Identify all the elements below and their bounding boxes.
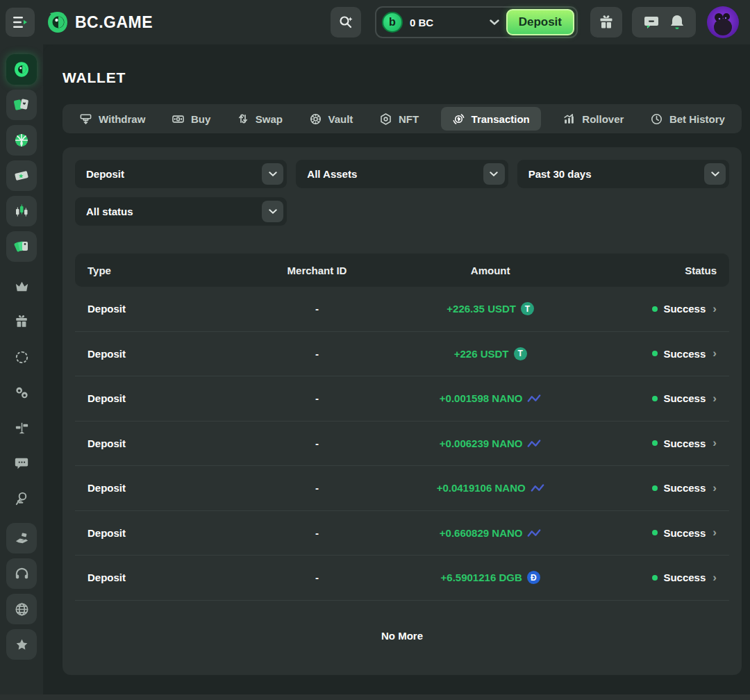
chevron-down-icon	[704, 163, 726, 185]
status-dot-icon	[652, 306, 658, 312]
row-amount: +226.35 USDT T Đ	[402, 302, 578, 315]
status-dot-icon	[652, 530, 658, 535]
sidebar-item-sponsorship[interactable]	[6, 523, 37, 553]
sidebar-item-favorites[interactable]	[6, 629, 37, 660]
sidebar-item-language[interactable]	[6, 594, 37, 624]
tab-label: Swap	[256, 113, 283, 125]
tab-label: Buy	[191, 113, 210, 125]
sidebar-item-bonus[interactable]	[6, 306, 37, 337]
tab-label: Withdraw	[99, 113, 145, 125]
bonus-gift-icon	[14, 314, 29, 329]
filter-type-dropdown[interactable]: Deposit	[75, 160, 287, 188]
table-row[interactable]: Deposit - +0.0419106 NANO T Đ Success ›	[75, 466, 729, 511]
row-status[interactable]: Success ›	[578, 481, 729, 495]
sidebar-item-support[interactable]	[6, 558, 37, 589]
sidebar-item-racing[interactable]	[6, 231, 37, 262]
nano-coin-icon	[527, 439, 541, 448]
status-dot-icon	[652, 485, 658, 491]
tab-transaction[interactable]: Transaction	[441, 107, 541, 131]
racing-tags-icon	[13, 238, 30, 255]
chat-button[interactable]	[643, 14, 660, 31]
clock-icon	[650, 112, 663, 126]
sidebar-item-casino[interactable]	[6, 90, 37, 120]
sidebar-item-spin[interactable]	[6, 342, 37, 372]
status-dot-icon	[652, 396, 658, 401]
chevron-right-icon: ›	[712, 571, 717, 585]
row-type: Deposit	[75, 348, 232, 360]
avatar-character	[710, 12, 736, 35]
deposit-button[interactable]: Deposit	[506, 9, 574, 35]
row-merchant-id: -	[232, 482, 402, 494]
language-globe-icon	[14, 601, 30, 617]
row-status[interactable]: Success ›	[578, 571, 729, 585]
bottom-strip	[0, 694, 750, 700]
chevron-right-icon: ›	[712, 347, 717, 360]
row-amount: +6.5901216 DGB T Đ	[402, 571, 578, 584]
chevron-right-icon: ›	[712, 526, 717, 540]
chevron-down-icon	[262, 201, 283, 222]
sidebar-item-lottery[interactable]	[6, 160, 37, 191]
amount-value: +0.0419106 NANO	[437, 482, 526, 494]
filter-period-dropdown[interactable]: Past 30 days	[517, 160, 729, 188]
chevron-down-icon	[490, 19, 499, 25]
tab-nft[interactable]: NFT	[375, 107, 423, 131]
nano-coin-icon	[527, 394, 541, 403]
hamburger-menu-button[interactable]	[6, 8, 35, 37]
row-merchant-id: -	[232, 348, 402, 360]
tab-rollover[interactable]: Rollover	[558, 107, 628, 131]
table-row[interactable]: Deposit - +0.660829 NANO T Đ Success ›	[75, 511, 729, 556]
sidebar-item-home[interactable]	[6, 54, 37, 85]
chevron-down-icon	[483, 163, 505, 185]
dgb-coin-icon: Đ	[527, 571, 540, 584]
tab-vault[interactable]: Vault	[305, 107, 358, 131]
transaction-panel: Deposit All Assets Past 30 days All stat…	[62, 147, 742, 675]
sidebar-item-trading[interactable]	[6, 196, 37, 226]
col-status: Status	[578, 265, 729, 276]
row-amount: +0.0419106 NANO T Đ	[402, 482, 578, 494]
sidebar-item-forum[interactable]	[6, 448, 37, 478]
table-row[interactable]: Deposit - +0.001598 NANO T Đ Success ›	[75, 376, 729, 422]
withdraw-icon	[79, 112, 92, 126]
col-amount: Amount	[402, 265, 578, 276]
brand-logo[interactable]: BC.GAME	[46, 10, 153, 34]
row-status[interactable]: Success ›	[578, 302, 729, 316]
table-row[interactable]: Deposit - +6.5901216 DGB T Đ Success ›	[75, 556, 729, 601]
row-status[interactable]: Success ›	[578, 392, 729, 406]
filter-asset-dropdown[interactable]: All Assets	[296, 160, 508, 188]
row-merchant-id: -	[232, 438, 402, 449]
search-sparkle-icon	[338, 14, 354, 31]
tab-swap[interactable]: Swap	[233, 107, 287, 131]
bell-icon	[669, 14, 685, 31]
filter-row: Deposit All Assets Past 30 days	[75, 160, 729, 188]
buy-icon	[172, 112, 185, 126]
sidebar-item-vip[interactable]	[6, 271, 37, 301]
filter-status-dropdown[interactable]: All status	[75, 197, 287, 226]
row-status[interactable]: Success ›	[578, 347, 729, 360]
sidebar-item-guild[interactable]	[6, 377, 37, 408]
table-row[interactable]: Deposit - +226.35 USDT T Đ Success ›	[75, 287, 729, 332]
row-status[interactable]: Success ›	[578, 436, 729, 450]
promotions-button[interactable]	[590, 7, 622, 38]
row-type: Deposit	[75, 572, 232, 583]
tab-bet-history[interactable]: Bet History	[646, 107, 729, 131]
chevron-right-icon: ›	[712, 392, 717, 406]
casino-cards-icon	[13, 97, 30, 113]
notifications-group	[632, 7, 696, 38]
status-text: Success	[663, 392, 706, 404]
balance-selector[interactable]: b 0 BC Deposit	[375, 6, 578, 38]
tab-buy[interactable]: Buy	[167, 107, 215, 131]
sidebar-item-sports[interactable]	[6, 125, 37, 156]
nano-coin-icon	[531, 483, 544, 492]
search-button[interactable]	[331, 7, 361, 38]
notifications-button[interactable]	[669, 14, 685, 31]
sidebar-item-staking[interactable]	[6, 412, 37, 443]
user-avatar[interactable]	[707, 6, 739, 38]
table-row[interactable]: Deposit - +226 USDT T Đ Success ›	[75, 332, 729, 377]
filter-type-value: Deposit	[86, 168, 124, 180]
wallet-tabbar: Withdraw Buy Swap Va	[62, 104, 742, 133]
tab-withdraw[interactable]: Withdraw	[75, 107, 149, 131]
filter-status-value: All status	[86, 206, 133, 217]
sidebar-item-affiliate[interactable]	[6, 483, 37, 514]
row-status[interactable]: Success ›	[578, 526, 729, 540]
table-row[interactable]: Deposit - +0.006239 NANO T Đ Success ›	[75, 422, 729, 467]
